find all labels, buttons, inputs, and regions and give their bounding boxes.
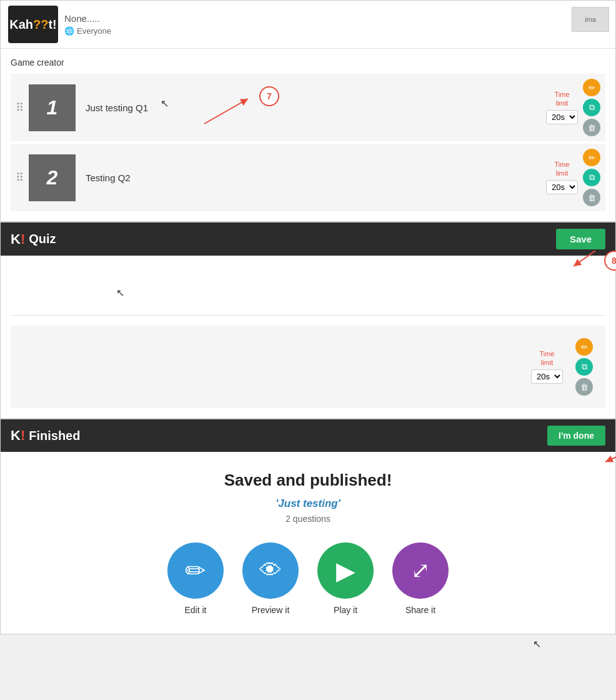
quiz-title-text: Quiz xyxy=(29,232,56,246)
play-it-item: ▶ Play it xyxy=(317,542,374,615)
play-it-label: Play it xyxy=(334,605,357,615)
save-btn-container: Save 8 xyxy=(556,229,605,249)
question-title-2: Testing Q2 xyxy=(76,172,546,183)
edit-btn-1[interactable]: ✏ xyxy=(583,79,600,96)
saved-published-text: Saved and published! xyxy=(13,471,603,490)
kahoot-header: Kah??t! None..... 🌐 Everyone ima xyxy=(1,1,615,48)
kahoot-logo: Kah??t! xyxy=(8,6,58,43)
section-quiz-editor: K! Quiz Save 8 ↖ xyxy=(0,222,616,419)
quiz-time-limit-label: Timelimit xyxy=(539,350,554,366)
cursor-2: ↖ xyxy=(116,287,124,299)
finished-header: K! Finished I'm done 9 xyxy=(1,419,615,452)
play-it-button[interactable]: ▶ xyxy=(317,542,374,599)
question-title-1: Just testing Q1 xyxy=(76,102,546,113)
quiz-edit-btn[interactable]: ✏ xyxy=(575,338,593,356)
quiz-answers-area: Timelimit 20s 30s 60s ✏ ⧉ 🗑 xyxy=(11,326,605,408)
annotation-7-container: 7 xyxy=(198,92,273,132)
question-row-1: ⠿ 1 Just testing Q1 ↖ 7 Timelimit 20s xyxy=(11,74,605,141)
question-actions-2: ✏ ⧉ 🗑 xyxy=(583,144,605,211)
section-game-creator: Kah??t! None..... 🌐 Everyone ima Game cr… xyxy=(0,0,616,222)
share-it-label: Share it xyxy=(405,605,435,615)
preview-it-button[interactable]: 👁 xyxy=(242,542,299,599)
finished-title: K! Finished xyxy=(11,428,80,444)
question-number-2: 2 xyxy=(29,154,76,201)
quiz-copy-btn[interactable]: ⧉ xyxy=(575,358,593,376)
time-select-1[interactable]: 20s 30s 60s xyxy=(546,110,578,124)
quiz-question-area xyxy=(11,266,605,316)
annotation-9-arrow xyxy=(602,449,616,468)
question-count: 2 questions xyxy=(13,514,603,524)
cursor-1: ↖ xyxy=(161,98,169,109)
drag-handle-1[interactable]: ⠿ xyxy=(11,101,29,114)
game-creator-label: Game creator xyxy=(1,54,615,71)
copy-btn-2[interactable]: ⧉ xyxy=(583,169,600,186)
edit-it-label: Edit it xyxy=(184,605,206,615)
edit-btn-2[interactable]: ✏ xyxy=(583,149,600,166)
svg-line-2 xyxy=(605,449,616,462)
annotation-9-container: 9 xyxy=(602,449,616,471)
edit-it-item: ✏ Edit it xyxy=(167,542,224,615)
quiz-time-select[interactable]: 20s 30s 60s xyxy=(531,369,563,384)
action-icons-row: ✏ Edit it 👁 Preview it ▶ Play it ⤢ Share… xyxy=(13,542,603,615)
edit-it-button[interactable]: ✏ xyxy=(167,542,224,599)
globe-icon: 🌐 xyxy=(64,26,74,36)
done-btn-container: I'm done 9 xyxy=(547,426,605,446)
quiz-header-title: K! Quiz xyxy=(11,231,56,248)
question-number-1: 1 xyxy=(29,84,76,131)
divider xyxy=(1,48,615,49)
image-placeholder: ima xyxy=(572,7,609,32)
quiz-body: ↖ Timelimit 20s 30s 60s ✏ ⧉ 🗑 xyxy=(1,256,615,418)
delete-btn-2[interactable]: 🗑 xyxy=(583,189,600,206)
question-actions-1: ✏ ⧉ 🗑 xyxy=(583,74,605,141)
time-limit-2: Timelimit 20s 30s 60s xyxy=(546,161,578,194)
quiz-header: K! Quiz Save 8 xyxy=(1,222,615,256)
kahoot-meta: None..... 🌐 Everyone xyxy=(64,13,111,36)
share-it-button[interactable]: ⤢ xyxy=(392,542,449,599)
section-finished: K! Finished I'm done 9 Saved and publish… xyxy=(0,419,616,634)
drag-handle-2[interactable]: ⠿ xyxy=(11,171,29,184)
k-logo: K! xyxy=(11,231,25,248)
quiz-name: 'Just testing' xyxy=(13,498,603,510)
everyone-text: 🌐 Everyone xyxy=(64,26,111,36)
quiz-time-limit: Timelimit 20s 30s 60s xyxy=(531,350,563,383)
done-button[interactable]: I'm done xyxy=(547,426,605,446)
svg-line-0 xyxy=(204,99,248,124)
question-row-2: ⠿ 2 Testing Q2 Timelimit 20s 30s 60s ✏ ⧉… xyxy=(11,144,605,211)
preview-it-label: Preview it xyxy=(252,605,290,615)
quiz-delete-btn[interactable]: 🗑 xyxy=(575,378,593,396)
k-logo-finished: K! xyxy=(11,428,25,444)
time-limit-label-1: Timelimit xyxy=(554,91,569,107)
share-it-item: ⤢ Share it xyxy=(392,542,449,615)
quiz-actions: ✏ ⧉ 🗑 xyxy=(575,333,598,401)
finished-body: Saved and published! 'Just testing' 2 qu… xyxy=(1,452,615,634)
time-limit-1: Timelimit 20s 30s 60s xyxy=(546,91,578,124)
time-select-2[interactable]: 20s 30s 60s xyxy=(546,180,578,194)
annotation-7: 7 xyxy=(259,86,279,106)
save-button[interactable]: Save xyxy=(556,229,605,249)
preview-it-item: 👁 Preview it xyxy=(242,542,299,615)
finished-title-text: Finished xyxy=(29,429,80,443)
copy-btn-1[interactable]: ⧉ xyxy=(583,99,600,116)
time-limit-label-2: Timelimit xyxy=(554,161,569,177)
none-text: None..... xyxy=(64,13,111,24)
delete-btn-1[interactable]: 🗑 xyxy=(583,119,600,136)
